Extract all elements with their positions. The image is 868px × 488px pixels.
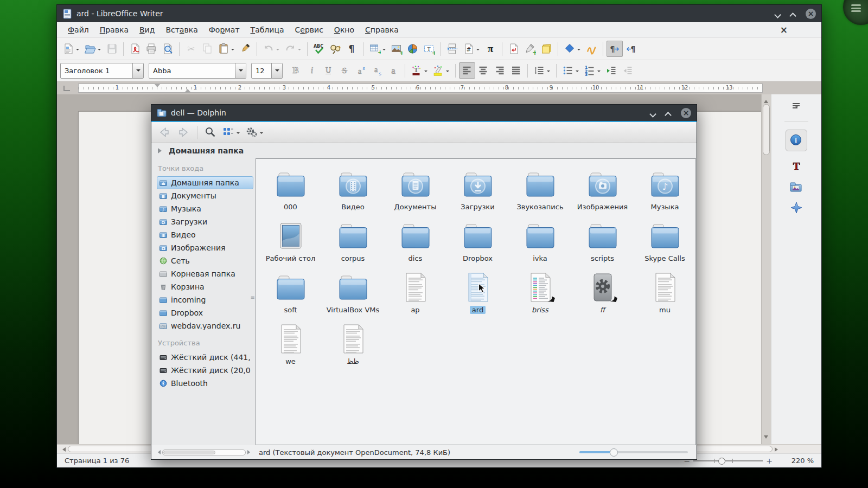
subscript-button[interactable]: as <box>369 62 385 79</box>
menu-item[interactable]: Справка <box>360 24 404 35</box>
horizontal-ruler[interactable]: 112345678910111213 <box>78 84 763 93</box>
indent-increase-button[interactable] <box>603 62 620 79</box>
insert-page-break-button[interactable] <box>444 41 461 57</box>
plasma-toolbox[interactable] <box>843 0 868 25</box>
file-item[interactable]: mu <box>634 268 696 320</box>
italic-button[interactable]: i <box>304 62 320 79</box>
file-item[interactable]: ظظ <box>322 320 384 371</box>
bullet-list-button[interactable] <box>560 62 582 79</box>
places-scrollbar-thumb[interactable] <box>163 451 215 454</box>
place-item[interactable]: Изображения <box>157 241 253 254</box>
combo-arrow-icon[interactable] <box>235 63 246 78</box>
place-item[interactable]: Видео <box>157 228 253 241</box>
insert-special-char-button[interactable] <box>561 41 583 57</box>
vertical-scrollbar[interactable] <box>761 94 771 444</box>
file-item[interactable]: ♪Музыка <box>634 165 696 217</box>
text-rtl-button[interactable]: ¶ <box>623 41 639 57</box>
close-document-button[interactable]: × <box>780 24 816 35</box>
sidebar-settings-button[interactable] <box>790 100 802 112</box>
export-pdf-button[interactable] <box>127 41 143 57</box>
folder-view[interactable]: 000ВидеоДокументыЗагрузкиЗвукозаписьИзоб… <box>256 158 696 445</box>
place-item[interactable]: Сеть <box>157 254 253 267</box>
combo-arrow-icon[interactable] <box>271 63 282 78</box>
insert-endnote-button[interactable]: + <box>522 41 538 57</box>
place-item[interactable]: Dropbox <box>157 306 253 319</box>
file-item[interactable]: Изображения <box>571 165 634 217</box>
open-button[interactable] <box>82 41 104 57</box>
file-item[interactable]: 000 <box>259 165 322 217</box>
search-button[interactable] <box>202 124 219 140</box>
panel-splitter-handle[interactable]: ≡ <box>251 297 255 298</box>
file-item[interactable]: briss <box>509 268 571 320</box>
vertical-scrollbar-thumb[interactable] <box>763 104 770 155</box>
place-item[interactable]: incoming <box>157 293 253 306</box>
line-spacing-button[interactable] <box>531 62 553 79</box>
insert-table-button[interactable]: + <box>367 41 388 57</box>
maximize-button[interactable] <box>790 11 796 16</box>
menu-item[interactable]: Таблица <box>245 24 290 35</box>
zoom-slider-handle[interactable] <box>718 458 725 465</box>
menu-item[interactable]: Вставка <box>160 24 203 35</box>
breadcrumb[interactable]: Домашняя папка <box>151 143 697 158</box>
font-color-button[interactable]: T <box>409 62 430 79</box>
icon-size-slider[interactable] <box>579 451 688 453</box>
new-document-button[interactable] <box>60 41 82 57</box>
file-item[interactable]: corpus <box>322 217 384 268</box>
font-name-combo[interactable]: Abba <box>149 63 246 79</box>
places-horizontal-scrollbar[interactable] <box>151 450 256 455</box>
menu-item[interactable]: Вид <box>134 24 160 35</box>
menu-item[interactable]: Формат <box>203 24 245 35</box>
file-item[interactable]: ff <box>571 268 634 320</box>
gallery-button[interactable] <box>790 181 803 194</box>
highlight-color-button[interactable] <box>430 62 452 79</box>
find-replace-button[interactable] <box>327 41 343 57</box>
file-item[interactable]: Документы <box>384 165 446 217</box>
zoom-in-button[interactable]: + <box>763 457 776 465</box>
minimize-button[interactable] <box>650 110 656 115</box>
insert-comment-button[interactable] <box>538 41 554 57</box>
file-item[interactable]: VirtualBox VMs <box>322 268 384 320</box>
icon-size-slider-handle[interactable] <box>610 448 618 457</box>
file-item[interactable]: we <box>259 320 322 371</box>
strikethrough-button[interactable]: S <box>336 62 353 79</box>
print-button[interactable] <box>143 41 159 57</box>
place-item[interactable]: Жёсткий диск (441,9 Г <box>157 351 253 364</box>
navigator-button[interactable] <box>790 201 803 214</box>
close-window-button[interactable]: × <box>806 9 816 19</box>
place-item[interactable]: Корневая папка <box>157 267 253 280</box>
left-indent-marker[interactable] <box>184 86 191 93</box>
insert-image-button[interactable]: + <box>388 41 405 57</box>
minimize-button[interactable] <box>775 11 781 16</box>
dolphin-titlebar[interactable]: dell — Dolphin × <box>151 105 697 122</box>
text-ltr-button[interactable]: ¶ <box>607 41 623 57</box>
insert-chart-button[interactable] <box>405 41 421 57</box>
change-case-button[interactable]: a <box>385 62 401 79</box>
align-justify-button[interactable] <box>508 62 524 79</box>
file-item[interactable]: Видео <box>322 165 384 217</box>
file-item[interactable]: Рабочий стол <box>259 217 322 268</box>
print-preview-button[interactable] <box>159 41 176 57</box>
view-mode-button[interactable] <box>220 124 242 140</box>
place-item[interactable]: Корзина <box>157 280 253 293</box>
place-item[interactable]: Документы <box>157 189 253 202</box>
underline-button[interactable]: U <box>320 62 336 79</box>
properties-button[interactable]: i <box>786 130 807 151</box>
insert-textbox-button[interactable]: T+ <box>421 41 437 57</box>
file-item[interactable]: ap <box>384 268 446 320</box>
scroll-up-arrow[interactable] <box>764 98 768 103</box>
menu-item[interactable]: Окно <box>329 24 360 35</box>
menu-item[interactable]: Правка <box>94 24 134 35</box>
place-item[interactable]: Домашняя папка <box>157 176 253 189</box>
writer-titlebar[interactable]: ard - LibreOffice Writer × <box>57 5 821 22</box>
formatting-marks-button[interactable]: ¶ <box>343 41 360 57</box>
align-right-button[interactable] <box>492 62 508 79</box>
file-item[interactable]: Dropbox <box>446 217 509 268</box>
file-item[interactable]: Звукозапись <box>509 165 571 217</box>
place-item[interactable]: Жёсткий диск (20,0 Ги <box>157 364 253 377</box>
place-item[interactable]: webdav.yandex.ru <box>157 319 253 332</box>
menu-item[interactable]: Сервис <box>290 24 329 35</box>
place-item[interactable]: Bluetooth <box>157 377 253 390</box>
file-item[interactable]: scripts <box>571 217 634 268</box>
scroll-left-arrow[interactable] <box>156 450 161 454</box>
freeform-line-button[interactable] <box>583 41 599 57</box>
